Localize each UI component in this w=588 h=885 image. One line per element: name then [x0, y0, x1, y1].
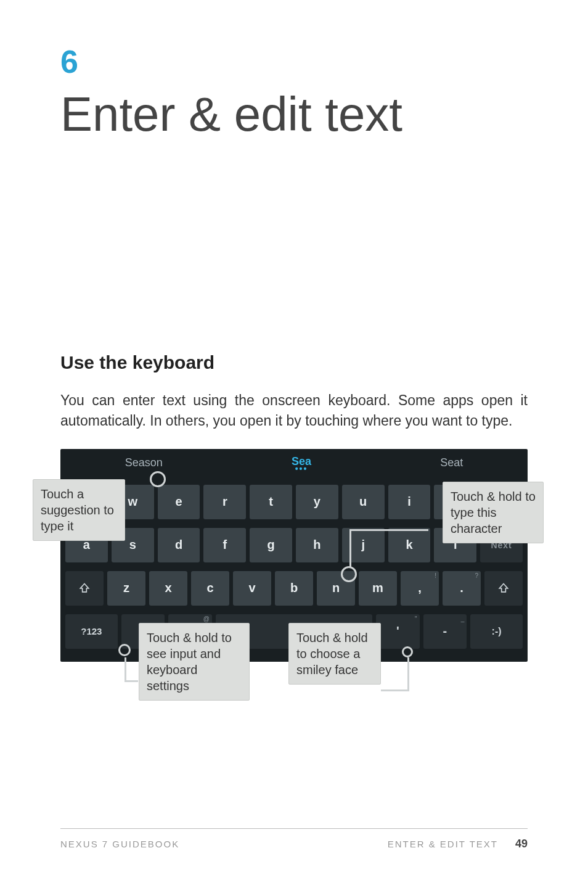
key-f[interactable]: f	[203, 528, 246, 562]
leader-line	[125, 657, 126, 682]
keyboard-figure: Season Sea ••• Seat q w e r t y u i o p	[60, 449, 528, 745]
leader-line	[349, 529, 428, 531]
suggestion-middle[interactable]: Sea •••	[283, 455, 320, 471]
key-i[interactable]: i	[388, 485, 431, 519]
leader-line	[381, 689, 409, 691]
section-heading: Use the keyboard	[60, 352, 528, 373]
key-x[interactable]: x	[149, 571, 187, 606]
shift-icon	[78, 582, 91, 595]
key-comma[interactable]: ,!	[401, 571, 439, 606]
keyboard-row-3: z x c v b n m ,! .?	[65, 571, 523, 606]
key-dash-label: -	[443, 624, 447, 638]
key-smiley[interactable]: :-)	[470, 614, 523, 649]
callout-smiley: Touch & hold to choose a smiley face	[288, 623, 381, 685]
leader-line	[407, 657, 409, 691]
chapter-title: Enter & edit text	[60, 86, 528, 142]
footer-right: ENTER & EDIT TEXT	[388, 839, 498, 849]
suggestion-left[interactable]: Season	[116, 456, 171, 469]
key-dash[interactable]: -_	[423, 614, 467, 649]
page: 6 Enter & edit text Use the keyboard You…	[0, 0, 588, 885]
callout-suggestion: Touch a suggestion to type it	[33, 479, 125, 541]
callout-ring-icon	[341, 566, 357, 582]
key-d[interactable]: d	[158, 528, 200, 562]
key-c[interactable]: c	[191, 571, 229, 606]
page-footer: NEXUS 7 GUIDEBOOK ENTER & EDIT TEXT 49	[60, 828, 528, 850]
key-apos-alt: "	[415, 615, 417, 622]
key-period-alt: ?	[475, 572, 478, 579]
key-g[interactable]: g	[250, 528, 292, 562]
callout-input-settings: Touch & hold to see input and keyboard s…	[139, 623, 250, 701]
key-period[interactable]: .?	[443, 571, 481, 606]
key-apos-label: '	[396, 624, 399, 638]
callout-ring-icon	[118, 644, 131, 656]
key-b[interactable]: b	[275, 571, 313, 606]
callout-ring-icon	[150, 471, 166, 487]
key-k[interactable]: k	[388, 528, 431, 562]
callout-character: Touch & hold to type this character	[443, 482, 544, 543]
body-text: You can enter text using the onscreen ke…	[60, 390, 528, 432]
key-shift-right[interactable]	[484, 571, 523, 606]
key-symbols[interactable]: ?123	[65, 614, 118, 649]
footer-left: NEXUS 7 GUIDEBOOK	[60, 839, 179, 849]
key-t[interactable]: t	[250, 485, 292, 519]
key-u[interactable]: u	[342, 485, 385, 519]
chapter-number: 6	[60, 43, 528, 80]
key-r[interactable]: r	[203, 485, 246, 519]
key-e[interactable]: e	[158, 485, 200, 519]
key-dash-alt: _	[461, 615, 465, 622]
key-apostrophe[interactable]: '"	[376, 614, 420, 649]
key-comma-label: ,	[418, 581, 422, 595]
key-comma-alt: !	[435, 572, 436, 579]
page-number: 49	[515, 838, 528, 850]
key-y[interactable]: y	[296, 485, 338, 519]
suggestion-right[interactable]: Seat	[431, 456, 472, 469]
key-v[interactable]: v	[233, 571, 271, 606]
shift-icon	[497, 582, 510, 595]
key-j[interactable]: j	[342, 528, 385, 562]
key-m[interactable]: m	[359, 571, 397, 606]
key-period-label: .	[460, 581, 463, 595]
key-slash-alt: @	[203, 615, 210, 622]
key-z[interactable]: z	[107, 571, 145, 606]
callout-ring-icon	[402, 646, 413, 657]
key-h[interactable]: h	[296, 528, 338, 562]
leader-line	[349, 529, 351, 567]
key-shift-left[interactable]	[65, 571, 104, 606]
leader-line	[125, 680, 138, 682]
suggestion-bar: Season Sea ••• Seat	[60, 449, 528, 477]
